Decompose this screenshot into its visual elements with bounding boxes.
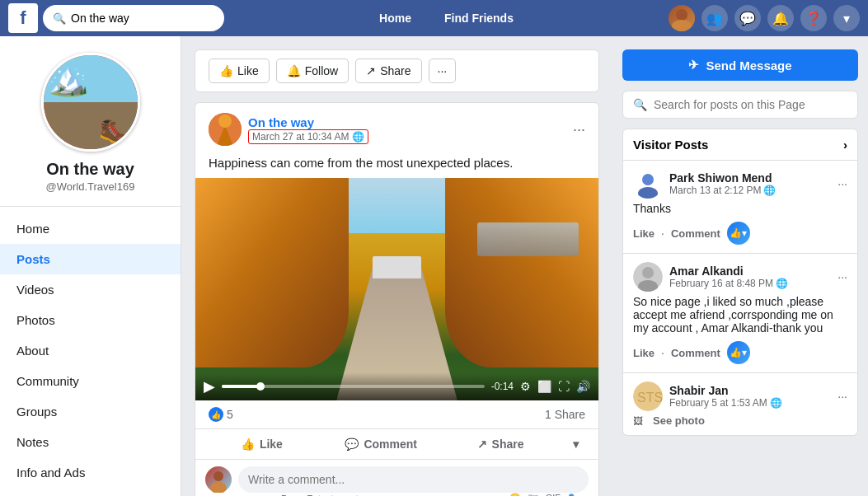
send-message-button[interactable]: ✈ Send Message	[622, 49, 858, 81]
post-like-button[interactable]: 👍 Like	[202, 433, 321, 456]
visitor-1-actions: Like · Comment 👍▾	[633, 222, 847, 245]
see-photo-link[interactable]: See photo	[653, 414, 705, 427]
post-share-dropdown[interactable]: ▾	[560, 433, 592, 456]
search-posts-bar[interactable]: 🔍	[622, 91, 858, 119]
visitor-posts-header: Visitor Posts ›	[622, 129, 858, 161]
search-icon: 🔍	[53, 12, 66, 25]
sidebar-item-posts[interactable]: Posts	[0, 244, 181, 274]
like-reaction-icon: 👍	[209, 407, 223, 422]
nav-find-friends-link[interactable]: Find Friends	[436, 8, 522, 28]
sidebar-item-info-and-ads[interactable]: Info and Ads	[0, 457, 181, 488]
visitor-2-actions: Like · Comment 👍▾	[633, 341, 847, 364]
messenger-icon[interactable]: 💬	[734, 5, 761, 31]
visitor-post-1-header: Park Shiwon Mend March 13 at 2:12 PM 🌐 ·…	[633, 169, 847, 199]
visitor-3-name[interactable]: Shabir Jan	[669, 384, 782, 397]
photo-thumbnail-icon: 🖼	[633, 415, 643, 427]
comment-input-wrapper[interactable]	[238, 466, 589, 493]
page-profile-section: On the way @World.Travel169	[0, 53, 181, 207]
more-options-button[interactable]: ···	[429, 58, 457, 83]
visitor-1-comment-button[interactable]: Comment	[671, 227, 720, 240]
search-posts-input[interactable]	[654, 98, 847, 111]
post-comment-button[interactable]: 💬 Comment	[321, 433, 441, 456]
visitor-post-3: STS Shabir Jan February 5 at 1:53 AM 🌐 ·…	[622, 373, 858, 436]
globe-icon: 🌐	[352, 131, 364, 143]
visitor-1-time: March 13 at 2:12 PM 🌐	[669, 185, 776, 196]
visitor-1-react-button[interactable]: 👍▾	[727, 222, 750, 245]
video-controls-bar: ▶ -0:14 ⚙ ⬜ ⛶ 🔊	[195, 372, 598, 400]
post-text: Happiness can come from the most unexpec…	[195, 151, 598, 178]
page-avatar	[41, 53, 140, 152]
settings-icon[interactable]: ⚙	[520, 380, 531, 393]
thumbs-up-icon: 👍	[219, 64, 233, 77]
train	[373, 256, 421, 278]
video-progress-fill	[222, 385, 261, 388]
post-video-media[interactable]: ▶ -0:14 ⚙ ⬜ ⛶ 🔊	[195, 178, 598, 400]
visitor-post-3-more[interactable]: ···	[838, 390, 847, 403]
photo-icon[interactable]: 📷	[528, 493, 539, 496]
visitor-2-comment-button[interactable]: Comment	[671, 347, 720, 359]
svg-point-0	[676, 9, 687, 21]
theater-mode-icon[interactable]: ⬜	[537, 380, 551, 393]
sidebar-item-photos[interactable]: Photos	[0, 305, 181, 335]
visitor-2-name[interactable]: Amar Alkandi	[669, 264, 788, 278]
share-page-button[interactable]: ↗ Share	[355, 58, 421, 83]
follow-button[interactable]: 🔔 Follow	[276, 58, 349, 83]
fullscreen-icon[interactable]: ⛶	[558, 380, 570, 393]
visitor-post-2-more[interactable]: ···	[838, 270, 847, 283]
nav-home-link[interactable]: Home	[371, 8, 420, 28]
visitor-posts-expand-icon[interactable]: ›	[843, 138, 847, 152]
sidebar-item-videos[interactable]: Videos	[0, 274, 181, 305]
nav-links: Home Find Friends	[224, 8, 669, 28]
sticker-icon[interactable]: 🎭	[567, 493, 579, 496]
post-more-button[interactable]: ···	[573, 121, 585, 138]
global-search-input[interactable]	[71, 12, 214, 25]
post-author-info: On the way March 27 at 10:34 AM 🌐	[209, 113, 368, 146]
sidebar-item-home[interactable]: Home	[0, 213, 181, 244]
sidebar-item-about[interactable]: About	[0, 335, 181, 366]
comment-text-input[interactable]	[248, 473, 579, 486]
svg-point-5	[213, 471, 223, 481]
visitor-1-name[interactable]: Park Shiwon Mend	[669, 171, 776, 185]
visitor-post-1-more[interactable]: ···	[838, 177, 847, 190]
visitor-1-like-button[interactable]: Like	[633, 227, 655, 240]
comment-input-footer: Press Enter to post. 😊 📷 GIF 🎭	[238, 493, 589, 496]
post-share-button[interactable]: ↗ Share	[441, 433, 561, 456]
visitor-2-avatar	[633, 262, 663, 292]
user-avatar[interactable]	[669, 5, 695, 31]
sidebar-item-notes[interactable]: Notes	[0, 427, 181, 457]
like-page-button[interactable]: 👍 Like	[209, 58, 270, 83]
visitor-3-time: February 5 at 1:53 AM 🌐	[669, 397, 782, 409]
visitor-2-react-button[interactable]: 👍▾	[727, 341, 750, 364]
globe-icon: 🌐	[763, 185, 776, 196]
visitor-post-2: Amar Alkandi February 16 at 8:48 PM 🌐 ··…	[622, 254, 858, 373]
share-count[interactable]: 1 Share	[545, 408, 585, 421]
visitor-2-like-button[interactable]: Like	[633, 347, 655, 359]
post-header: On the way March 27 at 10:34 AM 🌐 ···	[195, 103, 598, 151]
people-icon[interactable]: 👥	[701, 5, 728, 31]
notifications-icon[interactable]: 🔔	[767, 5, 794, 31]
visitor-1-avatar	[633, 169, 663, 199]
comment-footer-hint: Press Enter to post.	[281, 494, 361, 497]
post-page-name[interactable]: On the way	[248, 115, 368, 129]
emoji-icon[interactable]: 😊	[509, 493, 521, 496]
page-layout: On the way @World.Travel169 Home Posts V…	[0, 36, 868, 496]
sidebar-item-groups[interactable]: Groups	[0, 396, 181, 427]
video-progress-bar[interactable]	[222, 385, 485, 388]
sidebar-item-community[interactable]: Community	[0, 366, 181, 396]
sidebar-right: ✈ Send Message 🔍 Visitor Posts › Park Sh…	[612, 36, 868, 496]
visitor-post-3-author: STS Shabir Jan February 5 at 1:53 AM 🌐	[633, 381, 782, 411]
volume-icon[interactable]: 🔊	[576, 380, 590, 393]
visitor-post-1-author: Park Shiwon Mend March 13 at 2:12 PM 🌐	[633, 169, 776, 199]
help-icon[interactable]: ❓	[800, 5, 827, 31]
global-search-bar[interactable]: 🔍	[43, 5, 224, 31]
visitor-2-text: So nice page ,i liked so much ,please ac…	[633, 295, 847, 335]
visitor-3-actions: 🖼 See photo	[633, 414, 847, 427]
like-icon: 👍	[241, 438, 255, 451]
gif-icon[interactable]: GIF	[546, 493, 561, 496]
town-background	[477, 222, 578, 256]
dropdown-icon[interactable]: ▾	[833, 5, 860, 31]
post-reactions-bar: 👍 5 1 Share	[195, 400, 598, 429]
svg-text:STS: STS	[637, 391, 663, 405]
play-button[interactable]: ▶	[204, 377, 215, 395]
comment-icon: 💬	[345, 438, 359, 451]
